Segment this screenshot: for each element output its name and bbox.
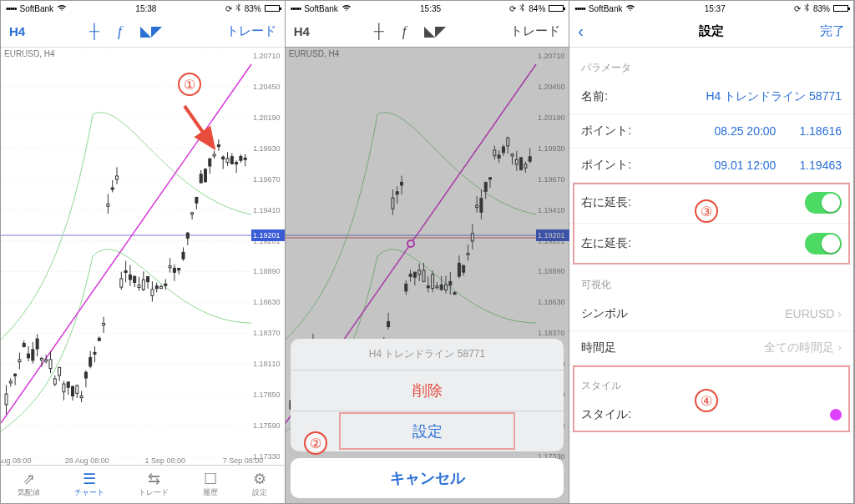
point2-time: 09.01 12:00: [714, 159, 776, 172]
battery-icon: [265, 5, 280, 12]
tab-気配値[interactable]: ⇗気配値: [18, 471, 40, 498]
svg-rect-73: [98, 338, 100, 340]
svg-text:22 Aug 08:00: 22 Aug 08:00: [1, 456, 32, 465]
bluetooth-icon: [235, 3, 241, 14]
svg-line-144: [185, 106, 214, 148]
chart-area[interactable]: EURUSD, H4 1.207101.204501.201901.199301…: [1, 48, 285, 465]
svg-rect-61: [72, 386, 74, 396]
point1-value: 1.18616: [799, 124, 842, 138]
svg-rect-99: [155, 286, 158, 289]
svg-text:1.17590: 1.17590: [253, 421, 281, 430]
svg-rect-59: [67, 382, 69, 387]
row-point1[interactable]: ポイント: 08.25 20:00 1.18616: [569, 114, 853, 149]
svg-rect-31: [5, 394, 8, 405]
svg-rect-67: [84, 372, 87, 378]
row-name[interactable]: 名前: H4 トレンドライン 58771: [569, 80, 853, 114]
svg-rect-121: [205, 169, 207, 182]
svg-rect-109: [178, 269, 180, 270]
tab-設定[interactable]: ⚙設定: [252, 471, 267, 498]
clock-label: 15:37: [705, 4, 726, 13]
svg-rect-107: [173, 268, 175, 272]
svg-rect-93: [142, 280, 144, 290]
annotation-2: ②: [304, 431, 327, 455]
clock-label: 15:35: [420, 4, 441, 13]
tab-label: トレード: [139, 487, 169, 498]
svg-rect-47: [40, 358, 43, 360]
crosshair-icon[interactable]: ┼: [89, 23, 99, 40]
crosshair-icon: ┼: [374, 23, 384, 40]
svg-rect-101: [160, 287, 163, 289]
battery-icon: [549, 5, 564, 12]
svg-text:1.19670: 1.19670: [253, 175, 281, 184]
svg-rect-117: [195, 198, 198, 204]
chevron-right-icon: ›: [837, 307, 842, 320]
svg-text:1.18890: 1.18890: [253, 267, 281, 275]
tab-履歴[interactable]: ☐履歴: [203, 471, 218, 498]
settings-list[interactable]: パラメータ 名前: H4 トレンドライン 58771 ポイント: 08.25 2…: [569, 48, 853, 503]
svg-rect-53: [53, 379, 56, 384]
extend-left-toggle[interactable]: [805, 233, 842, 255]
cancel-button[interactable]: キャンセル: [291, 458, 564, 498]
status-bar: ••••• SoftBank 15:35 ⟳ 84%: [286, 1, 569, 16]
svg-rect-69: [89, 357, 92, 366]
settings-navbar: ‹ 設定 完了: [569, 16, 853, 48]
svg-rect-41: [28, 354, 30, 358]
done-button[interactable]: 完了: [820, 23, 845, 39]
symbol-value: EURUSD: [785, 307, 834, 320]
tab-トレード[interactable]: ⇆トレード: [139, 471, 169, 498]
candlesticks: [5, 139, 246, 414]
trade-button: トレード: [510, 23, 560, 39]
wifi-icon: [625, 3, 635, 13]
tab-チャート[interactable]: ☰チャート: [74, 471, 104, 498]
arrow-icon: [176, 98, 226, 164]
svg-text:1.19930: 1.19930: [253, 144, 281, 153]
tab-label: 気配値: [18, 487, 40, 498]
objects-icon[interactable]: ◣◤: [140, 23, 162, 40]
x-axis: 22 Aug 08:0028 Aug 08:001 Sep 08:007 Sep…: [1, 456, 263, 465]
section-visibility: 可視化: [569, 265, 853, 297]
tab-label: チャート: [74, 487, 104, 498]
clock-label: 15:38: [135, 4, 156, 13]
timeframe-value: 全ての時間足: [764, 340, 834, 354]
timeframe-button[interactable]: H4: [9, 24, 25, 38]
svg-rect-83: [120, 279, 123, 287]
row-symbol[interactable]: シンボル EURUSD›: [569, 297, 853, 331]
svg-rect-113: [186, 233, 189, 238]
tab-label: 設定: [252, 487, 267, 498]
extend-right-toggle[interactable]: [805, 192, 842, 214]
svg-rect-51: [49, 360, 52, 369]
chart-canvas[interactable]: 1.207101.204501.201901.199301.196701.194…: [1, 48, 286, 465]
tab-icon: ⇆: [148, 471, 160, 486]
indicator-icon[interactable]: f: [118, 23, 122, 40]
rotation-lock-icon: ⟳: [225, 4, 232, 13]
svg-rect-45: [36, 339, 38, 349]
rotation-lock-icon: ⟳: [509, 4, 516, 13]
svg-rect-39: [23, 343, 25, 346]
svg-rect-49: [45, 360, 48, 361]
screen-contextmenu: ••••• SoftBank 15:35 ⟳ 84% H4 ┼ f ◣◤ トレー…: [286, 1, 570, 503]
rotation-lock-icon: ⟳: [794, 4, 801, 13]
back-button[interactable]: ‹: [578, 22, 584, 41]
trade-button[interactable]: トレード: [226, 23, 276, 39]
svg-rect-131: [226, 159, 229, 162]
tab-icon: ☐: [204, 471, 217, 486]
sheet-title: H4 トレンドライン 58771: [291, 339, 564, 370]
annotation-box-2: [339, 412, 516, 450]
carrier-label: SoftBank: [304, 4, 338, 13]
section-parameters: パラメータ: [569, 48, 853, 80]
svg-text:28 Aug 08:00: 28 Aug 08:00: [65, 456, 109, 465]
status-bar: ••••• SoftBank 15:37 ⟳ 83%: [569, 1, 853, 16]
row-timeframe[interactable]: 時間足 全ての時間足›: [569, 331, 853, 365]
svg-rect-79: [111, 188, 114, 189]
svg-text:1 Sep 08:00: 1 Sep 08:00: [144, 456, 185, 465]
point2-value: 1.19463: [799, 159, 842, 172]
svg-rect-135: [235, 163, 238, 164]
delete-button[interactable]: 削除: [291, 370, 564, 411]
svg-rect-57: [63, 384, 65, 392]
row-point2[interactable]: ポイント: 09.01 12:00 1.19463: [569, 149, 853, 183]
svg-rect-85: [124, 271, 127, 273]
point1-label: ポイント:: [581, 123, 631, 139]
svg-rect-103: [164, 284, 167, 285]
objects-icon: ◣◤: [424, 23, 446, 40]
svg-rect-91: [138, 285, 140, 288]
